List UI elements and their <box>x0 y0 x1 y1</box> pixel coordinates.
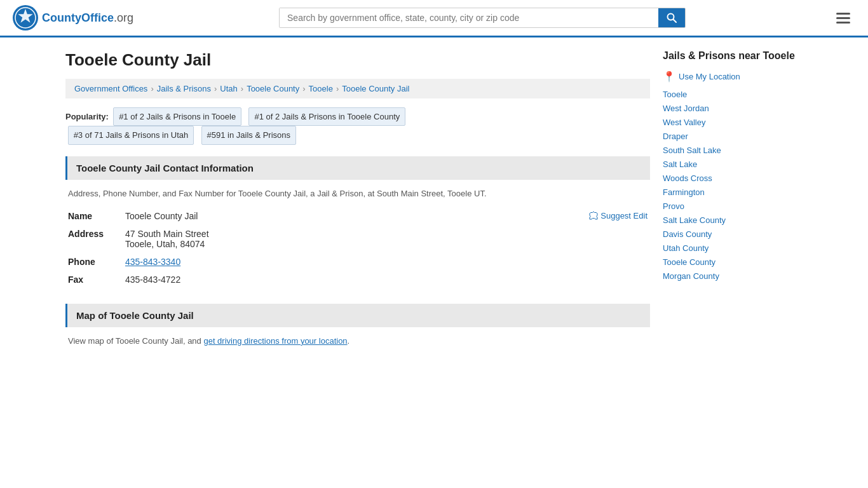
list-item: Woods Cross <box>663 173 803 183</box>
main-content: Tooele County Jail Government Offices › … <box>65 50 650 346</box>
page-body: Tooele County Jail Government Offices › … <box>53 37 815 371</box>
search-input[interactable] <box>280 8 658 27</box>
popularity-item-1: #1 of 2 Jails & Prisons in Tooele <box>113 107 241 126</box>
sidebar-link-utah-county[interactable]: Utah County <box>663 243 709 253</box>
list-item: Tooele <box>663 89 803 99</box>
breadcrumb: Government Offices › Jails & Prisons › U… <box>65 79 650 98</box>
list-item: Farmington <box>663 187 803 197</box>
name-label: Name <box>65 207 123 225</box>
use-my-location: 📍 Use My Location <box>663 71 803 83</box>
list-item: Salt Lake County <box>663 215 803 225</box>
driving-directions-link[interactable]: get driving directions from your locatio… <box>203 336 347 346</box>
sidebar-link-provo[interactable]: Provo <box>663 201 684 211</box>
logo-icon <box>13 5 38 30</box>
map-description: View map of Tooele County Jail, and get … <box>65 336 650 346</box>
popularity-section: Popularity: #1 of 2 Jails & Prisons in T… <box>65 107 650 145</box>
list-item: Provo <box>663 201 803 211</box>
address-value: 47 South Main Street Tooele, Utah, 84074 <box>123 225 650 253</box>
phone-label: Phone <box>65 253 123 271</box>
map-section-header: Map of Tooele County Jail <box>65 304 650 327</box>
search-icon <box>667 13 677 23</box>
table-row: Name Tooele County Jail Suggest Edit <box>65 207 650 225</box>
breadcrumb-sep: › <box>336 84 339 93</box>
list-item: Draper <box>663 131 803 141</box>
popularity-label: Popularity: <box>65 112 109 121</box>
breadcrumb-link-tooele-county[interactable]: Tooele County <box>247 84 299 93</box>
sidebar-link-morgan-county[interactable]: Morgan County <box>663 271 719 281</box>
sidebar-link-davis-county[interactable]: Davis County <box>663 229 712 239</box>
search-button[interactable] <box>658 8 685 27</box>
table-row: Address 47 South Main Street Tooele, Uta… <box>65 225 650 253</box>
sidebar-link-farmington[interactable]: Farmington <box>663 187 705 197</box>
table-row: Phone 435-843-3340 <box>65 253 650 271</box>
popularity-item-2: #1 of 2 Jails & Prisons in Tooele County <box>248 107 405 126</box>
sidebar-link-west-jordan[interactable]: West Jordan <box>663 104 709 113</box>
breadcrumb-link-jail[interactable]: Tooele County Jail <box>342 84 409 93</box>
list-item: South Salt Lake <box>663 145 803 155</box>
list-item: West Valley <box>663 117 803 127</box>
sidebar: Jails & Prisons near Tooele 📍 Use My Loc… <box>663 50 803 346</box>
use-my-location-link[interactable]: Use My Location <box>679 72 740 81</box>
list-item: Davis County <box>663 229 803 239</box>
breadcrumb-sep: › <box>151 84 153 93</box>
popularity-item-3: #3 of 71 Jails & Prisons in Utah <box>68 126 194 144</box>
sidebar-link-draper[interactable]: Draper <box>663 132 688 141</box>
contact-table: Name Tooele County Jail Suggest Edit <box>65 207 650 288</box>
breadcrumb-link-utah[interactable]: Utah <box>220 84 237 93</box>
suggest-edit-link[interactable]: Suggest Edit <box>589 211 648 220</box>
sidebar-link-tooele[interactable]: Tooele <box>663 90 687 99</box>
breadcrumb-sep: › <box>302 84 305 93</box>
hamburger-button[interactable] <box>831 10 855 26</box>
sidebar-link-salt-lake[interactable]: Salt Lake <box>663 159 697 169</box>
sidebar-links: Tooele West Jordan West Valley Draper So… <box>663 89 803 281</box>
header: CountyOffice.org <box>0 0 868 37</box>
list-item: West Jordan <box>663 103 803 113</box>
breadcrumb-link-tooele[interactable]: Tooele <box>309 84 333 93</box>
location-pin-icon: 📍 <box>663 71 675 83</box>
popularity-item-4: #591 in Jails & Prisons <box>201 126 297 144</box>
fax-label: Fax <box>65 271 123 288</box>
sidebar-link-west-valley[interactable]: West Valley <box>663 118 705 127</box>
svg-line-4 <box>674 20 677 23</box>
list-item: Tooele County <box>663 257 803 267</box>
fax-value: 435-843-4722 <box>123 271 650 288</box>
sidebar-link-tooele-county[interactable]: Tooele County <box>663 257 715 267</box>
phone-link[interactable]: 435-843-3340 <box>125 257 180 267</box>
search-area <box>279 8 686 28</box>
breadcrumb-link-jails[interactable]: Jails & Prisons <box>157 84 211 93</box>
contact-description: Address, Phone Number, and Fax Number fo… <box>65 189 650 198</box>
list-item: Utah County <box>663 243 803 253</box>
logo-text: CountyOffice.org <box>42 11 133 25</box>
breadcrumb-sep: › <box>241 84 243 93</box>
list-item: Salt Lake <box>663 159 803 169</box>
name-value: Tooele County Jail Suggest Edit <box>123 207 650 225</box>
hamburger-icon <box>836 13 850 24</box>
map-section: Map of Tooele County Jail View map of To… <box>65 304 650 346</box>
suggest-edit-icon <box>589 211 598 220</box>
phone-value: 435-843-3340 <box>123 253 650 271</box>
sidebar-link-woods-cross[interactable]: Woods Cross <box>663 173 712 183</box>
address-label: Address <box>65 225 123 253</box>
logo-area: CountyOffice.org <box>13 5 133 30</box>
sidebar-title: Jails & Prisons near Tooele <box>663 50 803 62</box>
page-title: Tooele County Jail <box>65 50 650 70</box>
sidebar-link-salt-lake-county[interactable]: Salt Lake County <box>663 215 726 225</box>
list-item: Morgan County <box>663 271 803 281</box>
sidebar-link-south-salt-lake[interactable]: South Salt Lake <box>663 146 721 155</box>
contact-section: Tooele County Jail Contact Information A… <box>65 156 650 288</box>
breadcrumb-sep: › <box>214 84 217 93</box>
breadcrumb-link-gov-offices[interactable]: Government Offices <box>74 84 147 93</box>
contact-section-header: Tooele County Jail Contact Information <box>65 156 650 180</box>
table-row: Fax 435-843-4722 <box>65 271 650 288</box>
